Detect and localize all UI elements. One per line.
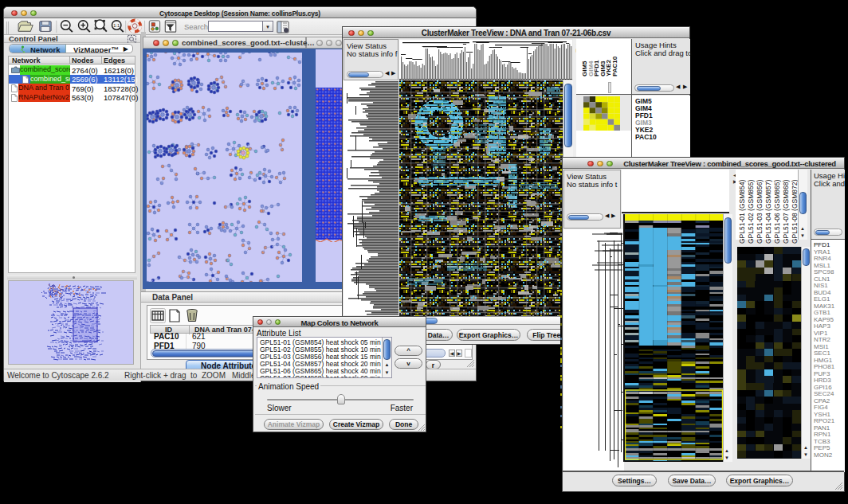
svg-text:1:1: 1:1: [113, 23, 120, 28]
